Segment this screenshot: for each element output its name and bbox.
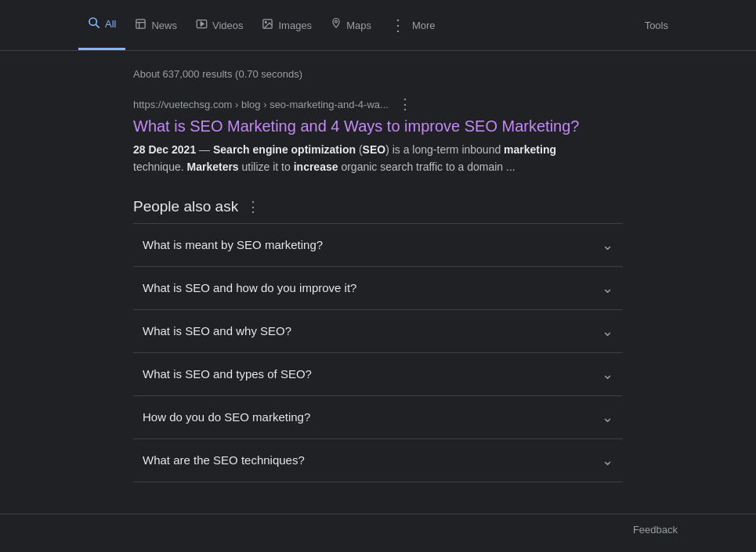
search-icon: [88, 16, 100, 31]
result-url-row: https://vuetechsg.com › blog › seo-marke…: [133, 96, 623, 113]
maps-icon: [331, 17, 342, 33]
nav-label-maps: Maps: [346, 20, 371, 31]
news-icon: [135, 18, 146, 32]
svg-line-1: [96, 24, 99, 27]
paa-item-3[interactable]: What is SEO and types of SEO? ⌄: [133, 353, 623, 396]
paa-question-5: What are the SEO techniques?: [143, 453, 305, 467]
paa-question-4: How do you do SEO marketing?: [143, 410, 310, 424]
nav-item-all[interactable]: All: [78, 0, 125, 50]
paa-header: People also ask ⋮: [133, 198, 623, 215]
paa-item-0[interactable]: What is meant by SEO marketing? ⌄: [133, 224, 623, 267]
feedback-link[interactable]: Feedback: [633, 524, 678, 536]
search-result: https://vuetechsg.com › blog › seo-marke…: [133, 96, 623, 176]
svg-point-9: [335, 20, 338, 23]
paa-item-5[interactable]: What are the SEO techniques? ⌄: [133, 439, 623, 482]
top-navigation: All News Videos Images: [0, 0, 756, 51]
svg-rect-2: [136, 20, 145, 28]
svg-point-8: [266, 21, 267, 23]
paa-question-2: What is SEO and why SEO?: [143, 324, 291, 337]
result-snippet: 28 Dec 2021 — Search engine optimization…: [133, 141, 623, 176]
main-content: About 637,000 results (0.70 seconds) htt…: [0, 51, 756, 506]
nav-label-more: More: [412, 20, 436, 31]
nav-item-news[interactable]: News: [125, 0, 186, 50]
result-url: https://vuetechsg.com › blog › seo-marke…: [133, 99, 389, 110]
nav-item-videos[interactable]: Videos: [186, 0, 253, 50]
paa-item-1[interactable]: What is SEO and how do you improve it? ⌄: [133, 267, 623, 310]
nav-item-images[interactable]: Images: [252, 0, 321, 50]
tools-button[interactable]: Tools: [635, 20, 678, 31]
chevron-down-icon-3: ⌄: [602, 366, 613, 383]
chevron-down-icon-2: ⌄: [602, 323, 613, 340]
paa-menu-icon[interactable]: ⋮: [246, 198, 260, 215]
paa-question-0: What is meant by SEO marketing?: [143, 238, 323, 251]
paa-question-3: What is SEO and types of SEO?: [143, 367, 312, 381]
result-options-icon[interactable]: ⋮: [398, 96, 412, 113]
nav-label-all: All: [105, 18, 116, 30]
nav-label-news: News: [151, 20, 177, 31]
nav-label-images: Images: [278, 20, 312, 31]
chevron-down-icon-5: ⌄: [602, 452, 613, 469]
chevron-down-icon-4: ⌄: [602, 409, 613, 426]
nav-item-maps[interactable]: Maps: [321, 0, 381, 50]
feedback-row: Feedback: [0, 514, 756, 536]
svg-point-0: [89, 18, 96, 25]
paa-items-list: What is meant by SEO marketing? ⌄ What i…: [133, 223, 623, 482]
images-icon: [262, 18, 273, 32]
paa-item-4[interactable]: How do you do SEO marketing? ⌄: [133, 396, 623, 439]
paa-title: People also ask: [133, 198, 238, 215]
paa-question-1: What is SEO and how do you improve it?: [143, 281, 356, 294]
result-title-link[interactable]: What is SEO Marketing and 4 Ways to impr…: [133, 116, 623, 136]
nav-item-more[interactable]: ⋮ More: [381, 0, 445, 50]
chevron-down-icon-0: ⌄: [602, 236, 613, 254]
nav-label-videos: Videos: [212, 20, 244, 31]
people-also-ask-section: People also ask ⋮ What is meant by SEO m…: [133, 198, 623, 482]
paa-item-2[interactable]: What is SEO and why SEO? ⌄: [133, 310, 623, 353]
tools-label: Tools: [645, 20, 668, 31]
videos-icon: [196, 18, 208, 32]
more-icon: ⋮: [390, 16, 407, 34]
results-count: About 637,000 results (0.70 seconds): [133, 60, 623, 80]
svg-marker-6: [201, 22, 204, 26]
chevron-down-icon-1: ⌄: [602, 280, 613, 297]
snippet-date: 28 Dec 2021: [133, 143, 196, 156]
